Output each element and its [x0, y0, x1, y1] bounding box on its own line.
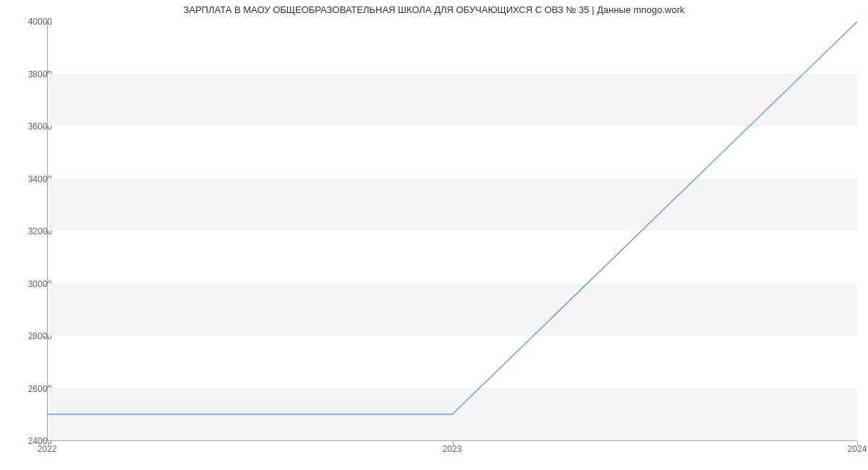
x-tick-mark: [857, 441, 858, 445]
x-tick-label: 2024: [848, 444, 867, 454]
chart-title: ЗАРПЛАТА В МАОУ ОБЩЕОБРАЗОВАТЕЛЬНАЯ ШКОЛ…: [0, 4, 868, 15]
chart-container: ЗАРПЛАТА В МАОУ ОБЩЕОБРАЗОВАТЕЛЬНАЯ ШКОЛ…: [0, 0, 868, 470]
x-tick-mark: [48, 441, 48, 445]
x-tick-mark: [453, 441, 454, 445]
x-tick-label: 2023: [443, 444, 462, 454]
series-line: [48, 22, 857, 440]
x-tick-label: 2022: [38, 444, 57, 454]
plot-area: [47, 22, 857, 441]
